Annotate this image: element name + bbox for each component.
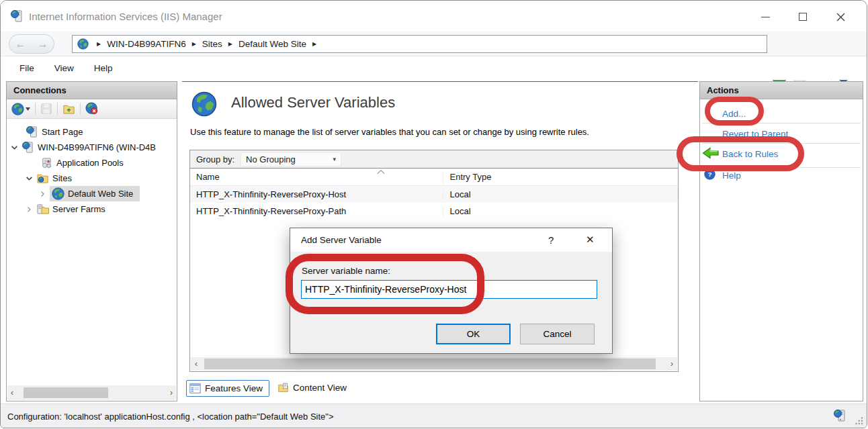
scroll-right-icon[interactable]: › — [170, 388, 173, 397]
tree-label: Start Page — [42, 127, 83, 137]
menu-view[interactable]: View — [54, 63, 74, 73]
action-help[interactable]: Help — [722, 171, 741, 181]
group-by-value: No Grouping — [246, 154, 296, 164]
breadcrumb-default-web-site[interactable]: Default Web Site — [238, 39, 306, 49]
chevron-right-icon[interactable] — [38, 191, 47, 197]
chevron-down-icon[interactable] — [24, 175, 34, 182]
chevron-right-icon[interactable] — [24, 206, 34, 213]
tree-item-start-page[interactable]: Start Page — [7, 124, 177, 140]
page-title: Allowed Server Variables — [231, 94, 395, 111]
status-bar: Configuration: 'localhost' applicationHo… — [1, 403, 867, 428]
cell-name: HTTP_X-Thinfinity-ReverseProxy-Path — [190, 206, 443, 216]
column-header-entry-type[interactable]: Entry Type — [443, 172, 678, 185]
tree-item-default-web-site[interactable]: Default Web Site — [7, 186, 177, 201]
server-farms-icon — [36, 203, 49, 216]
cell-entry-type: Local — [443, 189, 678, 199]
tab-label: Content View — [293, 383, 347, 393]
chevron-down-icon[interactable] — [9, 144, 19, 151]
server-status-icon — [833, 409, 847, 422]
cancel-button[interactable]: Cancel — [520, 324, 595, 344]
tree-item-server[interactable]: WIN-D4B99ATIFN6 (WIN-D4B — [7, 140, 177, 155]
group-by-label: Group by: — [196, 154, 234, 164]
actions-divider — [702, 123, 861, 124]
table-row[interactable]: HTTP_X-Thinfinity-ReverseProxy-Host Loca… — [190, 186, 678, 203]
forward-arrow-icon[interactable]: → — [38, 38, 48, 50]
title-bar: Internet Information Services (IIS) Mana… — [1, 1, 867, 32]
dialog-title-bar[interactable]: Add Server Variable — [290, 228, 612, 252]
tab-content-view[interactable]: Content View — [275, 380, 353, 395]
save-connection-icon[interactable] — [40, 103, 52, 115]
table-header: Name Entry Type — [190, 169, 678, 186]
globe-icon — [52, 187, 64, 200]
globe-icon — [77, 38, 89, 50]
status-text: Configuration: 'localhost' applicationHo… — [7, 412, 334, 422]
connections-panel: Connections Start Page — [6, 81, 177, 401]
back-arrow-icon[interactable]: ← — [15, 38, 26, 50]
list-horizontal-scrollbar[interactable]: ‹ › — [191, 357, 677, 371]
breadcrumb[interactable]: ▶ WIN-D4B99ATIFN6 ▶ Sites ▶ Default Web … — [72, 35, 767, 53]
server-variable-name-input[interactable] — [301, 280, 597, 299]
delete-connection-icon[interactable] — [85, 102, 99, 115]
scroll-right-icon[interactable]: › — [670, 359, 673, 369]
server-icon — [26, 126, 38, 138]
menu-file[interactable]: File — [19, 63, 34, 73]
tree-label: Default Web Site — [68, 189, 133, 199]
close-icon — [836, 13, 845, 21]
action-revert-to-parent[interactable]: Revert to Parent — [722, 129, 788, 139]
tree-label: Application Pools — [56, 158, 124, 168]
minimize-icon — [761, 17, 770, 17]
action-add[interactable]: Add... — [722, 109, 746, 119]
scroll-left-icon[interactable]: ‹ — [11, 388, 13, 397]
close-button[interactable] — [826, 7, 855, 26]
group-by-dropdown[interactable]: No Grouping ▾ — [241, 152, 341, 166]
minimize-button[interactable] — [750, 7, 780, 26]
tab-features-view[interactable]: Features View — [186, 380, 269, 397]
column-header-name[interactable]: Name — [190, 172, 443, 185]
cell-entry-type: Local — [443, 206, 678, 216]
back-arrow-green-icon[interactable] — [702, 146, 720, 161]
window-title: Internet Information Services (IIS) Mana… — [29, 11, 222, 22]
menu-help[interactable]: Help — [94, 63, 113, 73]
crumb-separator-icon: ▶ — [97, 41, 101, 47]
maximize-button[interactable] — [788, 7, 818, 26]
crumb-separator-icon: ▶ — [228, 41, 232, 47]
feature-description: Use this feature to manage the list of s… — [190, 127, 589, 137]
dialog-close-icon[interactable]: ✕ — [586, 234, 595, 246]
create-connection-icon[interactable] — [11, 103, 30, 115]
iis-manager-window: Internet Information Services (IIS) Mana… — [0, 0, 867, 428]
dropdown-caret-icon: ▾ — [333, 156, 337, 162]
iis-app-icon — [10, 9, 24, 23]
crumb-separator-icon: ▶ — [192, 41, 196, 47]
crumb-separator-icon: ▶ — [312, 41, 316, 47]
scroll-left-icon[interactable]: ‹ — [195, 359, 198, 369]
ok-button[interactable]: OK — [436, 324, 511, 344]
content-view-icon — [277, 382, 289, 393]
tree-label: Sites — [52, 173, 72, 183]
table-row[interactable]: HTTP_X-Thinfinity-ReverseProxy-Path Loca… — [190, 203, 678, 220]
actions-panel: Actions Add... Revert to Parent Back to … — [699, 81, 863, 401]
connections-horizontal-scrollbar[interactable]: ‹ › — [7, 385, 176, 400]
help-icon[interactable]: ? — [704, 169, 715, 180]
connections-toolbar — [7, 99, 177, 119]
selected-tree-item[interactable]: Default Web Site — [50, 186, 140, 201]
toolbar-divider — [57, 103, 58, 115]
server-variable-name-label: Server variable name: — [302, 266, 390, 276]
tree-item-server-farms[interactable]: Server Farms — [7, 201, 177, 217]
group-by-toolbar: Group by: No Grouping ▾ — [190, 150, 678, 169]
actions-divider — [702, 143, 861, 144]
maximize-icon — [799, 13, 807, 21]
toolbar-divider — [35, 103, 36, 115]
tree-item-sites[interactable]: Sites — [7, 171, 177, 186]
scrollbar-thumb[interactable] — [204, 359, 656, 369]
tree-item-application-pools[interactable]: Application Pools — [7, 155, 177, 171]
action-back-to-rules[interactable]: Back to Rules — [722, 149, 778, 159]
resize-grip-icon[interactable] — [855, 416, 863, 425]
tree-label: WIN-D4B99ATIFN6 (WIN-D4B — [38, 142, 156, 152]
scrollbar-thumb[interactable] — [24, 387, 108, 398]
breadcrumb-server[interactable]: WIN-D4B99ATIFN6 — [107, 39, 186, 49]
import-connection-icon[interactable] — [62, 103, 75, 115]
dialog-help-icon[interactable]: ? — [548, 234, 554, 246]
dialog-title: Add Server Variable — [301, 235, 382, 245]
view-tabs: Features View Content View — [182, 379, 698, 401]
breadcrumb-sites[interactable]: Sites — [202, 39, 222, 49]
